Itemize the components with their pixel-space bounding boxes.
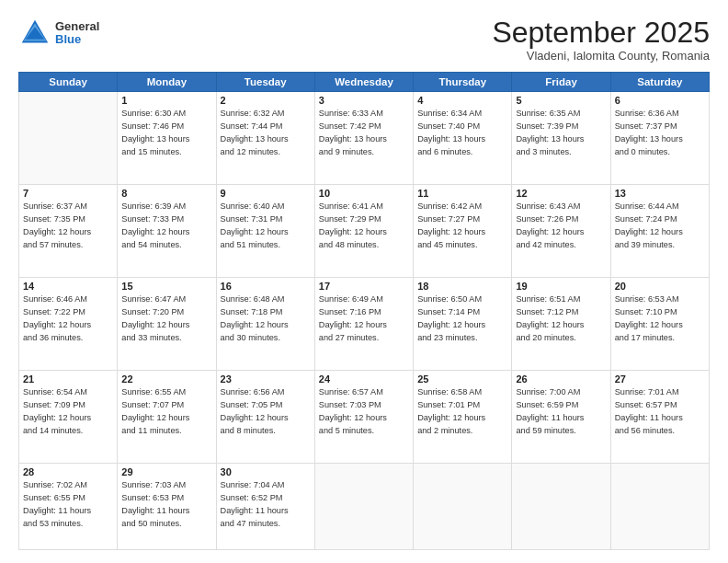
table-row: 24Sunrise: 6:57 AMSunset: 7:03 PMDayligh… xyxy=(314,371,413,464)
table-row xyxy=(314,464,413,550)
day-info: Sunrise: 6:34 AMSunset: 7:40 PMDaylight:… xyxy=(417,108,507,158)
day-number: 8 xyxy=(121,188,211,199)
table-row: 9Sunrise: 6:40 AMSunset: 7:31 PMDaylight… xyxy=(216,185,314,278)
day-info: Sunrise: 6:49 AMSunset: 7:16 PMDaylight:… xyxy=(319,293,409,344)
table-row: 15Sunrise: 6:47 AMSunset: 7:20 PMDayligh… xyxy=(118,278,216,371)
day-info: Sunrise: 6:53 AMSunset: 7:10 PMDaylight:… xyxy=(615,293,705,344)
day-info: Sunrise: 6:47 AMSunset: 7:20 PMDaylight:… xyxy=(121,293,211,344)
day-info: Sunrise: 6:43 AMSunset: 7:26 PMDaylight:… xyxy=(516,201,606,251)
day-number: 18 xyxy=(417,281,507,292)
day-number: 12 xyxy=(516,188,606,199)
table-row: 13Sunrise: 6:44 AMSunset: 7:24 PMDayligh… xyxy=(610,185,709,278)
day-number: 20 xyxy=(615,281,705,292)
table-row: 11Sunrise: 6:42 AMSunset: 7:27 PMDayligh… xyxy=(414,185,512,278)
table-row: 14Sunrise: 6:46 AMSunset: 7:22 PMDayligh… xyxy=(19,278,118,371)
header-saturday: Saturday xyxy=(610,73,709,92)
table-row: 10Sunrise: 6:41 AMSunset: 7:29 PMDayligh… xyxy=(314,185,413,278)
day-info: Sunrise: 6:40 AMSunset: 7:31 PMDaylight:… xyxy=(221,201,311,251)
table-row: 2Sunrise: 6:32 AMSunset: 7:44 PMDaylight… xyxy=(216,92,314,185)
table-row: 27Sunrise: 7:01 AMSunset: 6:57 PMDayligh… xyxy=(610,371,709,464)
table-row: 5Sunrise: 6:35 AMSunset: 7:39 PMDaylight… xyxy=(512,92,610,185)
table-row: 26Sunrise: 7:00 AMSunset: 6:59 PMDayligh… xyxy=(512,371,610,464)
table-row: 3Sunrise: 6:33 AMSunset: 7:42 PMDaylight… xyxy=(314,92,413,185)
page: General Blue September 2025 Vladeni, Ial… xyxy=(0,0,728,563)
day-info: Sunrise: 6:54 AMSunset: 7:09 PMDaylight:… xyxy=(23,386,113,437)
table-row: 20Sunrise: 6:53 AMSunset: 7:10 PMDayligh… xyxy=(610,278,709,371)
header-tuesday: Tuesday xyxy=(216,73,314,92)
table-row: 18Sunrise: 6:50 AMSunset: 7:14 PMDayligh… xyxy=(414,278,512,371)
day-info: Sunrise: 6:44 AMSunset: 7:24 PMDaylight:… xyxy=(615,201,705,251)
logo-general-text: General xyxy=(55,20,99,33)
day-number: 16 xyxy=(221,281,311,292)
day-info: Sunrise: 6:57 AMSunset: 7:03 PMDaylight:… xyxy=(319,386,409,437)
day-info: Sunrise: 6:41 AMSunset: 7:29 PMDaylight:… xyxy=(319,201,409,251)
table-row: 1Sunrise: 6:30 AMSunset: 7:46 PMDaylight… xyxy=(118,92,216,185)
calendar-row: 21Sunrise: 6:54 AMSunset: 7:09 PMDayligh… xyxy=(19,371,710,464)
day-info: Sunrise: 6:46 AMSunset: 7:22 PMDaylight:… xyxy=(23,293,113,344)
calendar-row: 7Sunrise: 6:37 AMSunset: 7:35 PMDaylight… xyxy=(19,185,710,278)
day-number: 28 xyxy=(23,466,113,477)
day-number: 29 xyxy=(121,466,211,477)
calendar-row: 14Sunrise: 6:46 AMSunset: 7:22 PMDayligh… xyxy=(19,278,710,371)
day-number: 23 xyxy=(221,373,311,385)
table-row: 30Sunrise: 7:04 AMSunset: 6:52 PMDayligh… xyxy=(216,464,314,550)
table-row: 8Sunrise: 6:39 AMSunset: 7:33 PMDaylight… xyxy=(118,185,216,278)
day-info: Sunrise: 6:39 AMSunset: 7:33 PMDaylight:… xyxy=(121,201,211,251)
table-row: 22Sunrise: 6:55 AMSunset: 7:07 PMDayligh… xyxy=(118,371,216,464)
logo-blue-text: Blue xyxy=(55,33,99,46)
day-info: Sunrise: 6:42 AMSunset: 7:27 PMDaylight:… xyxy=(417,201,507,251)
calendar-row: 28Sunrise: 7:02 AMSunset: 6:55 PMDayligh… xyxy=(19,464,710,550)
day-number: 17 xyxy=(319,281,409,292)
table-row xyxy=(512,464,610,550)
header-wednesday: Wednesday xyxy=(314,73,413,92)
day-number: 3 xyxy=(319,95,409,106)
day-number: 27 xyxy=(615,373,705,385)
day-info: Sunrise: 6:33 AMSunset: 7:42 PMDaylight:… xyxy=(319,108,409,158)
calendar-row: 1Sunrise: 6:30 AMSunset: 7:46 PMDaylight… xyxy=(19,92,710,185)
day-number: 26 xyxy=(516,373,606,385)
day-info: Sunrise: 6:30 AMSunset: 7:46 PMDaylight:… xyxy=(121,108,211,158)
day-info: Sunrise: 6:51 AMSunset: 7:12 PMDaylight:… xyxy=(516,293,606,344)
title-block: September 2025 Vladeni, Ialomita County,… xyxy=(492,17,710,63)
table-row: 17Sunrise: 6:49 AMSunset: 7:16 PMDayligh… xyxy=(314,278,413,371)
day-info: Sunrise: 7:01 AMSunset: 6:57 PMDaylight:… xyxy=(615,386,705,437)
header-monday: Monday xyxy=(118,73,216,92)
table-row: 12Sunrise: 6:43 AMSunset: 7:26 PMDayligh… xyxy=(512,185,610,278)
table-row xyxy=(610,464,709,550)
day-number: 1 xyxy=(121,95,211,106)
day-number: 9 xyxy=(221,188,311,199)
day-info: Sunrise: 7:02 AMSunset: 6:55 PMDaylight:… xyxy=(23,479,113,530)
header-friday: Friday xyxy=(512,73,610,92)
day-number: 13 xyxy=(615,188,705,199)
day-number: 21 xyxy=(23,373,113,385)
day-info: Sunrise: 6:35 AMSunset: 7:39 PMDaylight:… xyxy=(516,108,606,158)
day-info: Sunrise: 6:56 AMSunset: 7:05 PMDaylight:… xyxy=(221,386,311,437)
table-row: 7Sunrise: 6:37 AMSunset: 7:35 PMDaylight… xyxy=(19,185,118,278)
header-thursday: Thursday xyxy=(414,73,512,92)
day-number: 4 xyxy=(417,95,507,106)
header-sunday: Sunday xyxy=(19,73,118,92)
day-number: 25 xyxy=(417,373,507,385)
day-number: 14 xyxy=(23,281,113,292)
table-row: 23Sunrise: 6:56 AMSunset: 7:05 PMDayligh… xyxy=(216,371,314,464)
day-info: Sunrise: 6:50 AMSunset: 7:14 PMDaylight:… xyxy=(417,293,507,344)
logo-text: General Blue xyxy=(55,20,99,47)
day-number: 24 xyxy=(319,373,409,385)
day-info: Sunrise: 6:32 AMSunset: 7:44 PMDaylight:… xyxy=(221,108,311,158)
day-number: 10 xyxy=(319,188,409,199)
table-row: 25Sunrise: 6:58 AMSunset: 7:01 PMDayligh… xyxy=(414,371,512,464)
table-row: 4Sunrise: 6:34 AMSunset: 7:40 PMDaylight… xyxy=(414,92,512,185)
table-row: 19Sunrise: 6:51 AMSunset: 7:12 PMDayligh… xyxy=(512,278,610,371)
day-info: Sunrise: 6:55 AMSunset: 7:07 PMDaylight:… xyxy=(121,386,211,437)
day-number: 15 xyxy=(121,281,211,292)
day-info: Sunrise: 6:36 AMSunset: 7:37 PMDaylight:… xyxy=(615,108,705,158)
logo-icon xyxy=(18,17,51,50)
day-info: Sunrise: 7:04 AMSunset: 6:52 PMDaylight:… xyxy=(221,479,311,530)
day-info: Sunrise: 6:37 AMSunset: 7:35 PMDaylight:… xyxy=(23,201,113,251)
day-info: Sunrise: 6:48 AMSunset: 7:18 PMDaylight:… xyxy=(221,293,311,344)
day-number: 2 xyxy=(221,95,311,106)
logo: General Blue xyxy=(18,17,99,50)
table-row: 29Sunrise: 7:03 AMSunset: 6:53 PMDayligh… xyxy=(118,464,216,550)
table-row: 6Sunrise: 6:36 AMSunset: 7:37 PMDaylight… xyxy=(610,92,709,185)
calendar-table: Sunday Monday Tuesday Wednesday Thursday… xyxy=(18,72,710,550)
